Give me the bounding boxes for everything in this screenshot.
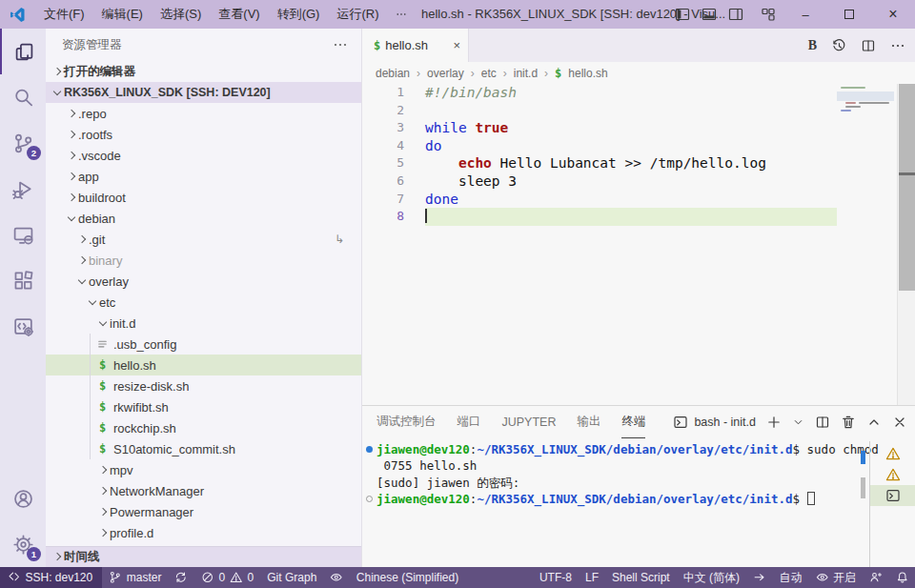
code-line-7[interactable]: 7done xyxy=(362,191,837,209)
feedback-button[interactable] xyxy=(863,567,889,588)
terminal-scrollbar-thumb[interactable] xyxy=(861,477,865,498)
tree-item-.vscode[interactable]: .vscode xyxy=(46,145,361,166)
tree-item-S10atomiccommit.sh[interactable]: $S10atomic_commit.sh xyxy=(46,438,361,459)
menu-item-1[interactable]: 编辑(E) xyxy=(93,0,152,29)
problems-indicator[interactable]: 0 0 xyxy=(194,567,260,588)
breadcrumb-item-hello.sh[interactable]: hello.sh xyxy=(568,67,607,80)
breadcrumb-item-overlay[interactable]: overlay xyxy=(427,67,464,80)
toggle-sidebar-icon[interactable] xyxy=(675,7,690,22)
code-line-5[interactable]: 5 echo Hello Lubancat >> /tmp/hello.log xyxy=(362,154,837,172)
tree-item-profile.d[interactable]: profile.d xyxy=(46,522,361,543)
maximize-panel-icon[interactable] xyxy=(866,415,882,430)
encoding-indicator[interactable]: UTF-8 xyxy=(533,567,579,588)
terminal-bash-item[interactable] xyxy=(870,485,915,506)
split-terminal-icon[interactable] xyxy=(815,415,830,430)
settings-gear-icon[interactable]: 1 xyxy=(0,521,46,567)
panel-tab-端口[interactable]: 端口 xyxy=(458,406,481,438)
history-icon[interactable] xyxy=(831,38,846,53)
tree-item-binary[interactable]: binary xyxy=(46,250,361,271)
tree-item-NetworkManager[interactable]: NetworkManager xyxy=(46,480,361,501)
code-line-1[interactable]: 1#!/bin/bash xyxy=(362,84,837,102)
sync-button[interactable] xyxy=(168,567,194,588)
workspace-root[interactable]: RK356X_LINUX_SDK [SSH: DEV120] xyxy=(46,82,361,103)
menu-item-4[interactable]: 转到(G) xyxy=(269,0,329,29)
beautify-button[interactable]: B xyxy=(808,38,817,53)
remote-explorer-icon[interactable] xyxy=(0,212,46,257)
tree-item-.rootfs[interactable]: .rootfs xyxy=(46,124,361,145)
accounts-icon[interactable] xyxy=(0,476,46,521)
tree-item-etc[interactable]: etc xyxy=(46,292,361,313)
menu-item-5[interactable]: 运行(R) xyxy=(328,0,387,29)
terminal[interactable]: jiawen@dev120:~/RK356X_LINUX_SDK/debian/… xyxy=(366,441,862,567)
tree-item-rkwifibt.sh[interactable]: $rkwifibt.sh xyxy=(46,396,361,417)
tree-item-overlay[interactable]: overlay xyxy=(46,271,361,292)
notifications-button[interactable] xyxy=(889,567,915,588)
tree-item-rockchip.sh[interactable]: $rockchip.sh xyxy=(46,417,361,438)
code-editor[interactable]: 1#!/bin/bash23while true4do5 echo Hello … xyxy=(362,84,837,405)
tree-item-.git[interactable]: .git↳ xyxy=(46,229,361,250)
kill-terminal-icon[interactable] xyxy=(841,415,856,430)
source-control-icon[interactable]: 2 xyxy=(0,120,46,166)
extensions-icon[interactable] xyxy=(0,257,46,303)
panel-tab-终端[interactable]: 终端 xyxy=(621,406,645,438)
run-debug-icon[interactable] xyxy=(0,166,46,212)
explorer-icon[interactable] xyxy=(0,29,46,74)
minimap[interactable] xyxy=(837,84,894,160)
more-actions-icon[interactable] xyxy=(890,38,905,53)
translate-state-indicator[interactable]: 开启 xyxy=(809,567,864,588)
tree-item-mpv[interactable]: mpv xyxy=(46,459,361,480)
close-button[interactable]: × xyxy=(871,0,915,29)
code-line-4[interactable]: 4do xyxy=(362,137,837,155)
git-graph-button[interactable]: Git Graph xyxy=(260,567,323,588)
menu-item-0[interactable]: 文件(F) xyxy=(35,0,93,29)
terminal-warning-item[interactable] xyxy=(870,443,915,464)
toggle-panel-icon[interactable] xyxy=(702,7,717,22)
code-line-8[interactable]: 8 xyxy=(362,208,837,226)
terminal-dropdown-icon[interactable] xyxy=(792,415,804,430)
ime-indicator[interactable]: 中文 (简体) xyxy=(677,567,746,588)
code-line-3[interactable]: 3while true xyxy=(362,119,837,137)
git-branch[interactable]: master xyxy=(102,567,168,588)
terminal-selector[interactable]: bash - init.d xyxy=(673,415,756,430)
panel-tab-JUPYTER[interactable]: JUPYTER xyxy=(502,406,557,438)
search-icon[interactable] xyxy=(0,74,46,120)
close-panel-icon[interactable] xyxy=(892,415,907,430)
editor-scrollbar[interactable] xyxy=(897,84,915,405)
menu-item-2[interactable]: 选择(S) xyxy=(152,0,210,29)
tree-item-.usbconfig[interactable]: .usb_config xyxy=(46,334,361,355)
tree-item-buildroot[interactable]: buildroot xyxy=(46,187,361,208)
customize-layout-icon[interactable] xyxy=(761,7,776,22)
maximize-button[interactable] xyxy=(827,0,871,29)
tree-item-init.d[interactable]: init.d xyxy=(46,313,361,334)
new-terminal-icon[interactable] xyxy=(766,415,782,430)
breadcrumb-item-debian[interactable]: debian xyxy=(376,67,410,80)
timeline-section[interactable]: 时间线 xyxy=(46,546,361,567)
tree-item-debian[interactable]: debian xyxy=(46,208,361,229)
menu-overflow-icon[interactable] xyxy=(387,0,416,29)
auto-translate-indicator[interactable]: 自动 xyxy=(773,567,809,588)
split-editor-icon[interactable] xyxy=(861,38,876,53)
tree-item-hello.sh[interactable]: $hello.sh xyxy=(46,355,361,375)
minimize-button[interactable]: – xyxy=(783,0,827,29)
terminal-warning-item[interactable] xyxy=(870,464,915,485)
remote-indicator[interactable]: SSH: dev120 xyxy=(0,567,102,588)
close-tab-icon[interactable]: × xyxy=(453,38,460,52)
more-actions-icon[interactable] xyxy=(333,37,348,52)
language-mode-indicator[interactable]: Shell Script xyxy=(605,567,677,588)
breadcrumb-item-init.d[interactable]: init.d xyxy=(514,67,538,80)
tree-item-.repo[interactable]: .repo xyxy=(46,103,361,124)
scrollbar-thumb[interactable] xyxy=(899,84,915,291)
tree-item-resize-disk.sh[interactable]: $resize-disk.sh xyxy=(46,375,361,396)
menu-item-3[interactable]: 查看(V) xyxy=(210,0,268,29)
tab-hello-sh[interactable]: $ hello.sh × xyxy=(362,29,469,62)
code-line-2[interactable]: 2 xyxy=(362,102,837,120)
code-line-6[interactable]: 6 sleep 3 xyxy=(362,172,837,191)
spell-check-eye-button[interactable] xyxy=(323,567,350,588)
spell-language-indicator[interactable]: Chinese (Simplified) xyxy=(350,567,465,588)
container-tools-icon[interactable] xyxy=(0,303,46,349)
translate-arrow-button[interactable] xyxy=(746,567,773,588)
toggle-secondary-sidebar-icon[interactable] xyxy=(728,7,743,22)
panel-tab-输出[interactable]: 输出 xyxy=(577,406,600,438)
panel-tab-调试控制台[interactable]: 调试控制台 xyxy=(376,406,437,438)
tree-item-Powermanager[interactable]: Powermanager xyxy=(46,501,361,522)
